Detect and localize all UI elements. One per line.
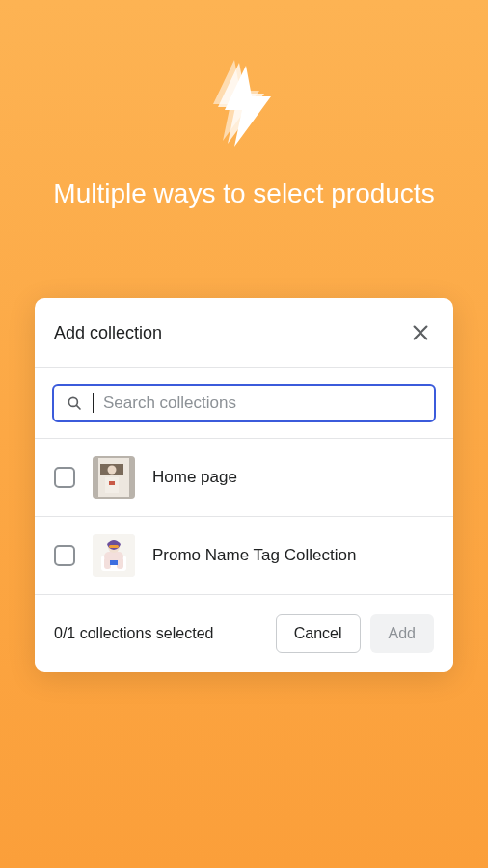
checkbox[interactable] xyxy=(54,467,75,488)
modal-footer: 0/1 collections selected Cancel Add xyxy=(35,595,453,672)
close-button[interactable] xyxy=(407,319,434,346)
svg-rect-7 xyxy=(109,481,115,485)
add-button[interactable]: Add xyxy=(370,614,434,653)
search-section xyxy=(35,368,453,439)
lightning-bolt-icon xyxy=(205,60,283,147)
search-input[interactable] xyxy=(103,393,422,413)
collection-thumbnail xyxy=(93,534,135,577)
svg-rect-14 xyxy=(117,557,123,569)
hero: Multiple ways to select products xyxy=(0,0,488,212)
cancel-button[interactable]: Cancel xyxy=(276,614,361,653)
svg-rect-15 xyxy=(110,560,118,565)
selection-status: 0/1 collections selected xyxy=(54,625,266,642)
svg-point-5 xyxy=(108,466,117,475)
checkbox[interactable] xyxy=(54,545,75,566)
search-icon xyxy=(66,394,83,412)
close-icon xyxy=(410,322,431,343)
search-field-wrap[interactable] xyxy=(52,384,436,422)
svg-line-1 xyxy=(76,405,80,409)
footer-actions: Cancel Add xyxy=(276,614,434,653)
list-item[interactable]: Promo Name Tag Collection xyxy=(35,517,453,595)
svg-rect-13 xyxy=(104,557,111,569)
list-item[interactable]: Home page xyxy=(35,439,453,517)
add-collection-modal: Add collection xyxy=(35,298,453,672)
text-cursor xyxy=(93,393,94,413)
modal-header: Add collection xyxy=(35,298,453,368)
collection-label: Promo Name Tag Collection xyxy=(152,546,356,565)
hero-title: Multiple ways to select products xyxy=(14,176,473,212)
collection-list: Home page Promo Name Tag Collection xyxy=(35,439,453,595)
collection-label: Home page xyxy=(152,468,237,487)
svg-rect-12 xyxy=(109,545,119,548)
collection-thumbnail xyxy=(93,456,135,499)
modal-title: Add collection xyxy=(54,323,162,343)
